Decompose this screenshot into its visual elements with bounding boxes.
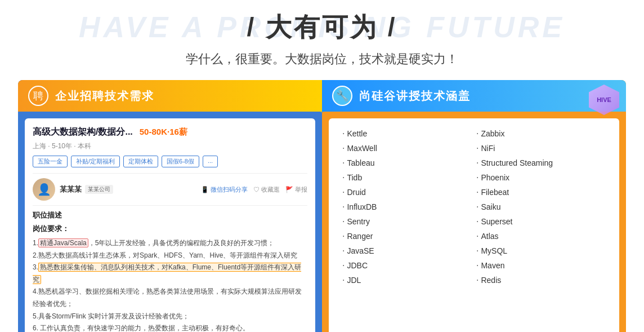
- tech-sentry: ·Sentry: [340, 214, 474, 229]
- action-collect[interactable]: ♡ 收藏逛: [253, 185, 280, 194]
- tech-superset: ·Superset: [474, 214, 608, 229]
- avatar-image: 👤: [33, 178, 55, 201]
- tech-saiku: ·Saiku: [474, 200, 608, 214]
- highlight-java: 精通Java/Scala: [38, 238, 88, 247]
- avatar: 👤: [33, 178, 55, 201]
- requirements-list: 1.精通Java/Scala，5年以上开发经验，具备优秀的编程能力及良好的开发习…: [33, 237, 307, 332]
- tag-4[interactable]: 国假6-8假: [162, 156, 199, 167]
- recruiter-badge: 某某公司: [85, 185, 113, 194]
- wrench-icon: 🔧: [332, 86, 352, 106]
- tech-maxwell: ·MaxWell: [340, 141, 474, 156]
- divider-1: [33, 173, 307, 174]
- tech-structured-streaming: ·Structured Steaming: [474, 156, 608, 170]
- req-title: 岗位要求：: [33, 224, 307, 234]
- left-column: 聘 企业招聘技术需求 高级大数据架构/数据分... 50-80K·16薪 上海 …: [18, 80, 322, 332]
- tech-tableau: ·Tableau: [340, 156, 474, 170]
- tech-mysql: ·MySQL: [474, 244, 608, 258]
- subtitle: 学什么，很重要。大数据岗位，技术就是硬实力！: [186, 51, 458, 68]
- tech-ranger: ·Ranger: [340, 229, 474, 244]
- job-title-row: 高级大数据架构/数据分... 50-80K·16薪: [33, 126, 307, 138]
- tech-jdl: ·JDL: [340, 273, 474, 287]
- tech-nifi: ·NiFi: [474, 141, 608, 156]
- req-4: 4.熟悉机器学习、数据挖掘相关理论，熟悉各类算法使用场景，有实际大规模算法应用研…: [33, 286, 307, 310]
- tech-javase: ·JavaSE: [340, 244, 474, 258]
- recruiter-info: 某某某 某某公司: [60, 184, 196, 194]
- job-tags: 五险一金 补贴/定期福利 定期体检 国假6-8假 ...: [33, 156, 307, 167]
- salary-badge: 50-80K·16薪: [140, 127, 187, 138]
- recruiter-name: 某某某: [60, 184, 82, 194]
- recruiter-row: 👤 某某某 某某公司 📱 微信扫码分享 ♡ 收藏逛 🚩 举报: [33, 178, 307, 201]
- tech-redis: ·Redis: [474, 273, 608, 287]
- right-header-title: 尚硅谷讲授技术涵盖: [359, 88, 471, 104]
- left-header-title: 企业招聘技术需求: [55, 88, 154, 104]
- tech-kettle: ·Kettle: [340, 126, 474, 141]
- right-column: HIVE 🔧 尚硅谷讲授技术涵盖 ·Kettle ·MaxWell ·Table…: [322, 80, 626, 332]
- tech-atlas: ·Atlas: [474, 229, 608, 244]
- highlight-kafka: 熟悉数据采集传输、消息队列相关技术，对Kafka、Flume、Fluentd等开…: [33, 263, 301, 284]
- left-header: 聘 企业招聘技术需求: [18, 80, 322, 112]
- tag-1[interactable]: 五险一金: [33, 156, 68, 167]
- columns-wrap: 聘 企业招聘技术需求 高级大数据架构/数据分... 50-80K·16薪 上海 …: [18, 80, 626, 332]
- tech-jdbc: ·JDBC: [340, 258, 474, 273]
- action-share[interactable]: 📱 微信扫码分享: [201, 185, 248, 194]
- tech-druid: ·Druid: [340, 185, 474, 200]
- tag-more[interactable]: ...: [203, 156, 218, 167]
- tech-filebeat: ·Filebeat: [474, 185, 608, 200]
- tag-2[interactable]: 补贴/定期福利: [71, 156, 120, 167]
- main-title: / 大有可为 /: [247, 10, 397, 45]
- job-meta: 上海 · 5-10年 · 本科: [33, 141, 307, 151]
- right-content: ·Kettle ·MaxWell ·Tableau ·Tidb ·Druid ·…: [329, 118, 619, 332]
- recruiter-actions: 📱 微信扫码分享 ♡ 收藏逛 🚩 举报: [201, 185, 307, 194]
- tech-col-2: ·Zabbix ·NiFi ·Structured Steaming ·Phoe…: [474, 126, 608, 287]
- tech-col-1: ·Kettle ·MaxWell ·Tableau ·Tidb ·Druid ·…: [340, 126, 474, 287]
- tech-grid: ·Kettle ·MaxWell ·Tableau ·Tidb ·Druid ·…: [340, 126, 608, 287]
- action-report[interactable]: 🚩 举报: [285, 185, 307, 194]
- divider-2: [33, 205, 307, 206]
- tech-tidb: ·Tidb: [340, 170, 474, 185]
- req-1: 1.精通Java/Scala，5年以上开发经验，具备优秀的编程能力及良好的开发习…: [33, 237, 307, 250]
- left-content: 高级大数据架构/数据分... 50-80K·16薪 上海 · 5-10年 · 本…: [25, 118, 315, 332]
- tech-maven: ·Maven: [474, 258, 608, 273]
- hive-deco: HIVE: [589, 85, 619, 115]
- job-desc-title: 职位描述: [33, 210, 307, 220]
- tech-phoenix: ·Phoenix: [474, 170, 608, 185]
- tech-zabbix: ·Zabbix: [474, 126, 608, 141]
- recruit-icon: 聘: [28, 86, 48, 106]
- req-2: 2.熟悉大数据高线计算生态体系，对Spark、HDFS、Yarn、Hive、等开…: [33, 250, 307, 262]
- job-title: 高级大数据架构/数据分...: [33, 126, 133, 138]
- recruiter-name-row: 某某某 某某公司: [60, 184, 196, 194]
- tag-3[interactable]: 定期体检: [123, 156, 158, 167]
- req-3: 3.熟悉数据采集传输、消息队列相关技术，对Kafka、Flume、Fluentd…: [33, 262, 307, 286]
- req-5: 5.具备Storm/Flink 实时计算开发及设计经验者优先；: [33, 311, 307, 323]
- tech-influxdb: ·InfluxDB: [340, 200, 474, 214]
- right-header: 🔧 尚硅谷讲授技术涵盖: [322, 80, 626, 112]
- hive-label: HIVE: [597, 96, 611, 103]
- req-6: 6. 工作认真负责，有快速学习的能力，热爱数据，主动积极，有好奇心。: [33, 322, 307, 332]
